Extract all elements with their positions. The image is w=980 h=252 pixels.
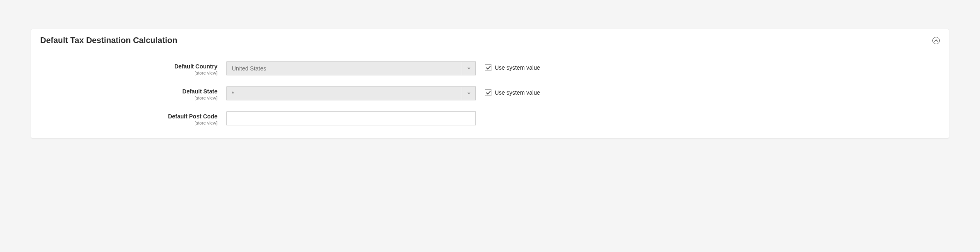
field-extra-col: Use system value [476, 86, 540, 96]
chevron-up-icon [934, 39, 938, 43]
field-input-col [226, 111, 476, 125]
chevron-down-icon [467, 66, 471, 70]
state-select-dropdown-button[interactable] [462, 86, 476, 100]
field-scope-state: [store view] [40, 95, 217, 101]
field-label-col: Default Post Code [store view] [40, 111, 226, 126]
field-extra-col: Use system value [476, 61, 540, 71]
field-label-postcode: Default Post Code [40, 113, 217, 120]
panel-title: Default Tax Destination Calculation [40, 36, 177, 45]
state-select-value: * [226, 86, 462, 100]
chevron-down-icon [467, 91, 471, 95]
use-system-label-state[interactable]: Use system value [495, 89, 540, 96]
use-system-label-country[interactable]: Use system value [495, 64, 540, 71]
checkmark-icon [486, 66, 491, 70]
field-label-country: Default Country [40, 63, 217, 70]
country-select-dropdown-button[interactable] [462, 61, 476, 75]
field-row-state: Default State [store view] * [40, 86, 940, 101]
field-extra-col [476, 111, 485, 114]
panel-body: Default Country [store view] United Stat… [31, 49, 949, 138]
postcode-input[interactable] [226, 111, 476, 125]
field-scope-country: [store view] [40, 70, 217, 76]
collapse-toggle-icon[interactable] [932, 37, 940, 44]
panel-header: Default Tax Destination Calculation [31, 29, 949, 49]
state-select[interactable]: * [226, 86, 476, 100]
use-system-checkbox-country[interactable] [485, 64, 491, 71]
field-input-col: * [226, 86, 476, 100]
checkmark-icon [486, 91, 491, 95]
country-select[interactable]: United States [226, 61, 476, 75]
field-row-country: Default Country [store view] United Stat… [40, 61, 940, 76]
field-label-state: Default State [40, 88, 217, 95]
tax-destination-panel: Default Tax Destination Calculation Defa… [31, 29, 949, 138]
field-input-col: United States [226, 61, 476, 75]
field-row-postcode: Default Post Code [store view] [40, 111, 940, 126]
field-label-col: Default State [store view] [40, 86, 226, 101]
country-select-value: United States [226, 61, 462, 75]
field-label-col: Default Country [store view] [40, 61, 226, 76]
use-system-checkbox-state[interactable] [485, 89, 491, 96]
field-scope-postcode: [store view] [40, 120, 217, 126]
